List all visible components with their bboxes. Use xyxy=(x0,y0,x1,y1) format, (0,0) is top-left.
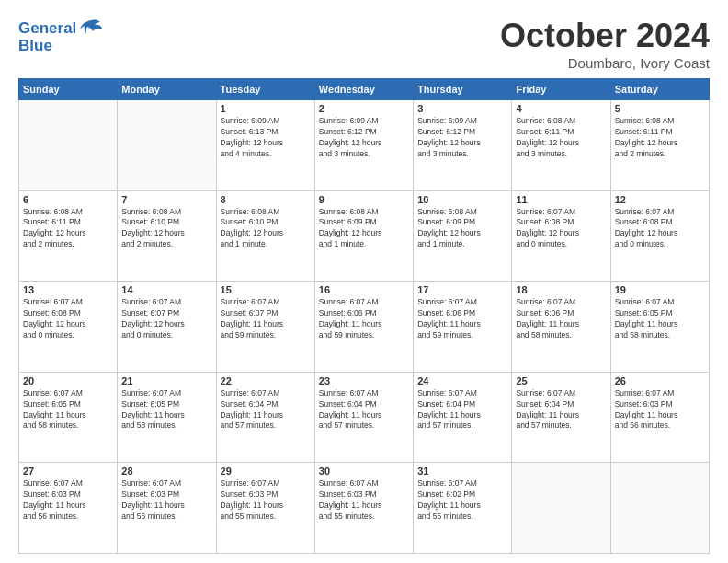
col-saturday: Saturday xyxy=(610,79,709,100)
day-cell: 24Sunrise: 6:07 AM Sunset: 6:04 PM Dayli… xyxy=(414,372,512,463)
day-cell: 8Sunrise: 6:08 AM Sunset: 6:10 PM Daylig… xyxy=(216,190,314,282)
col-wednesday: Wednesday xyxy=(314,79,413,100)
day-info: Sunrise: 6:07 AM Sunset: 6:06 PM Dayligh… xyxy=(516,297,606,341)
day-cell: 7Sunrise: 6:08 AM Sunset: 6:10 PM Daylig… xyxy=(118,190,216,282)
day-number: 31 xyxy=(417,465,507,477)
day-number: 2 xyxy=(319,103,409,114)
day-info: Sunrise: 6:09 AM Sunset: 6:13 PM Dayligh… xyxy=(221,116,311,160)
day-number: 25 xyxy=(516,375,606,386)
day-number: 6 xyxy=(23,194,113,205)
day-cell: 27Sunrise: 6:07 AM Sunset: 6:03 PM Dayli… xyxy=(19,463,118,554)
day-cell: 1Sunrise: 6:09 AM Sunset: 6:13 PM Daylig… xyxy=(216,100,314,191)
day-cell: 29Sunrise: 6:07 AM Sunset: 6:03 PM Dayli… xyxy=(216,463,314,554)
day-info: Sunrise: 6:07 AM Sunset: 6:08 PM Dayligh… xyxy=(23,297,113,341)
day-cell xyxy=(512,463,610,554)
day-number: 16 xyxy=(319,284,409,295)
col-thursday: Thursday xyxy=(414,79,512,100)
day-info: Sunrise: 6:07 AM Sunset: 6:04 PM Dayligh… xyxy=(417,388,507,432)
day-info: Sunrise: 6:08 AM Sunset: 6:10 PM Dayligh… xyxy=(121,207,211,251)
day-cell: 11Sunrise: 6:07 AM Sunset: 6:08 PM Dayli… xyxy=(512,190,610,282)
day-cell xyxy=(19,100,118,191)
day-number: 21 xyxy=(121,375,211,386)
day-info: Sunrise: 6:07 AM Sunset: 6:06 PM Dayligh… xyxy=(319,297,409,341)
title-area: October 2024 Doumbaro, Ivory Coast xyxy=(500,17,710,71)
day-cell: 5Sunrise: 6:08 AM Sunset: 6:11 PM Daylig… xyxy=(610,100,709,191)
month-title: October 2024 xyxy=(500,17,710,55)
day-number: 28 xyxy=(121,465,211,477)
day-number: 3 xyxy=(417,103,507,114)
day-info: Sunrise: 6:08 AM Sunset: 6:11 PM Dayligh… xyxy=(615,116,705,160)
day-info: Sunrise: 6:07 AM Sunset: 6:04 PM Dayligh… xyxy=(319,388,409,432)
day-cell: 23Sunrise: 6:07 AM Sunset: 6:04 PM Dayli… xyxy=(314,372,413,463)
day-number: 29 xyxy=(221,465,311,477)
day-number: 14 xyxy=(121,284,211,295)
day-number: 17 xyxy=(417,284,507,295)
day-info: Sunrise: 6:07 AM Sunset: 6:03 PM Dayligh… xyxy=(121,478,211,523)
day-cell: 13Sunrise: 6:07 AM Sunset: 6:08 PM Dayli… xyxy=(19,282,118,373)
day-cell: 26Sunrise: 6:07 AM Sunset: 6:03 PM Dayli… xyxy=(610,372,709,463)
day-cell: 28Sunrise: 6:07 AM Sunset: 6:03 PM Dayli… xyxy=(118,463,216,554)
day-number: 9 xyxy=(319,194,409,205)
day-number: 18 xyxy=(516,284,606,295)
day-cell: 2Sunrise: 6:09 AM Sunset: 6:12 PM Daylig… xyxy=(314,100,413,191)
day-info: Sunrise: 6:08 AM Sunset: 6:11 PM Dayligh… xyxy=(516,116,606,160)
day-number: 10 xyxy=(417,194,507,205)
day-cell: 17Sunrise: 6:07 AM Sunset: 6:06 PM Dayli… xyxy=(414,282,512,373)
col-tuesday: Tuesday xyxy=(216,79,314,100)
day-info: Sunrise: 6:08 AM Sunset: 6:09 PM Dayligh… xyxy=(417,207,507,251)
day-cell: 16Sunrise: 6:07 AM Sunset: 6:06 PM Dayli… xyxy=(314,282,413,373)
day-cell: 21Sunrise: 6:07 AM Sunset: 6:05 PM Dayli… xyxy=(118,372,216,463)
day-info: Sunrise: 6:07 AM Sunset: 6:08 PM Dayligh… xyxy=(615,207,705,251)
day-info: Sunrise: 6:09 AM Sunset: 6:12 PM Dayligh… xyxy=(319,116,409,160)
week-row-1: 1Sunrise: 6:09 AM Sunset: 6:13 PM Daylig… xyxy=(19,100,710,191)
day-cell xyxy=(610,463,709,554)
day-cell: 22Sunrise: 6:07 AM Sunset: 6:04 PM Dayli… xyxy=(216,372,314,463)
day-info: Sunrise: 6:07 AM Sunset: 6:05 PM Dayligh… xyxy=(615,297,705,341)
day-number: 27 xyxy=(23,465,113,477)
logo-general: General xyxy=(18,19,76,37)
day-cell: 6Sunrise: 6:08 AM Sunset: 6:11 PM Daylig… xyxy=(19,190,118,282)
day-cell: 9Sunrise: 6:08 AM Sunset: 6:09 PM Daylig… xyxy=(314,190,413,282)
day-cell: 20Sunrise: 6:07 AM Sunset: 6:05 PM Dayli… xyxy=(19,372,118,463)
logo-text: General xyxy=(18,20,76,38)
day-number: 20 xyxy=(23,375,113,386)
day-number: 19 xyxy=(615,284,705,295)
logo-bird-icon xyxy=(78,17,104,40)
day-number: 13 xyxy=(23,284,113,295)
day-cell xyxy=(118,100,216,191)
day-cell: 10Sunrise: 6:08 AM Sunset: 6:09 PM Dayli… xyxy=(414,190,512,282)
day-info: Sunrise: 6:09 AM Sunset: 6:12 PM Dayligh… xyxy=(417,116,507,160)
day-number: 7 xyxy=(121,194,211,205)
week-row-5: 27Sunrise: 6:07 AM Sunset: 6:03 PM Dayli… xyxy=(19,463,710,554)
day-info: Sunrise: 6:07 AM Sunset: 6:07 PM Dayligh… xyxy=(121,297,211,341)
day-number: 11 xyxy=(516,194,606,205)
day-cell: 4Sunrise: 6:08 AM Sunset: 6:11 PM Daylig… xyxy=(512,100,610,191)
day-number: 15 xyxy=(221,284,311,295)
day-info: Sunrise: 6:08 AM Sunset: 6:09 PM Dayligh… xyxy=(319,207,409,251)
day-number: 4 xyxy=(516,103,606,114)
day-info: Sunrise: 6:08 AM Sunset: 6:10 PM Dayligh… xyxy=(221,207,311,251)
day-info: Sunrise: 6:07 AM Sunset: 6:08 PM Dayligh… xyxy=(516,207,606,251)
col-sunday: Sunday xyxy=(19,79,118,100)
day-info: Sunrise: 6:07 AM Sunset: 6:03 PM Dayligh… xyxy=(221,478,311,523)
day-info: Sunrise: 6:07 AM Sunset: 6:04 PM Dayligh… xyxy=(221,388,311,432)
calendar-table: Sunday Monday Tuesday Wednesday Thursday… xyxy=(18,78,710,554)
day-info: Sunrise: 6:07 AM Sunset: 6:03 PM Dayligh… xyxy=(319,478,409,523)
day-cell: 19Sunrise: 6:07 AM Sunset: 6:05 PM Dayli… xyxy=(610,282,709,373)
day-cell: 15Sunrise: 6:07 AM Sunset: 6:07 PM Dayli… xyxy=(216,282,314,373)
logo: General Blue xyxy=(18,17,104,55)
day-info: Sunrise: 6:08 AM Sunset: 6:11 PM Dayligh… xyxy=(23,207,113,251)
day-info: Sunrise: 6:07 AM Sunset: 6:03 PM Dayligh… xyxy=(23,478,113,523)
week-row-2: 6Sunrise: 6:08 AM Sunset: 6:11 PM Daylig… xyxy=(19,190,710,282)
day-number: 23 xyxy=(319,375,409,386)
day-info: Sunrise: 6:07 AM Sunset: 6:06 PM Dayligh… xyxy=(417,297,507,341)
day-number: 24 xyxy=(417,375,507,386)
page: General Blue October 2024 Doumbaro, Ivor… xyxy=(0,0,728,563)
day-number: 1 xyxy=(221,103,311,114)
day-number: 8 xyxy=(221,194,311,205)
week-row-4: 20Sunrise: 6:07 AM Sunset: 6:05 PM Dayli… xyxy=(19,372,710,463)
day-info: Sunrise: 6:07 AM Sunset: 6:04 PM Dayligh… xyxy=(516,388,606,432)
day-cell: 12Sunrise: 6:07 AM Sunset: 6:08 PM Dayli… xyxy=(610,190,709,282)
subtitle: Doumbaro, Ivory Coast xyxy=(500,55,710,71)
day-info: Sunrise: 6:07 AM Sunset: 6:02 PM Dayligh… xyxy=(417,478,507,523)
